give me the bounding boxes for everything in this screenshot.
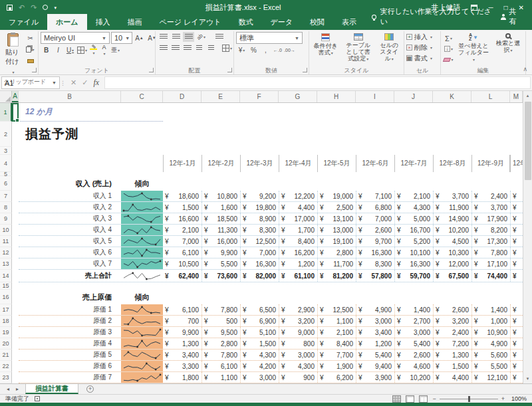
cell[interactable]: ¥16,700 — [394, 225, 433, 235]
touch-mode-icon[interactable] — [43, 5, 48, 10]
cell[interactable]: ¥1,500 — [433, 361, 471, 371]
bold-button[interactable]: B — [41, 45, 52, 55]
cell[interactable]: ¥3,000 — [356, 316, 394, 326]
insert-cells-button[interactable]: +挿入 — [406, 32, 432, 42]
cell[interactable]: ¥2,100 — [163, 225, 201, 235]
cell[interactable]: ¥13,000 — [317, 225, 356, 235]
cell[interactable]: ¥ — [510, 191, 523, 201]
tab-file[interactable]: ファイル — [0, 14, 47, 30]
column-header-f[interactable]: F — [240, 91, 279, 102]
tab-draw[interactable]: 描画 — [119, 14, 151, 30]
cell[interactable]: ¥3,200 — [279, 316, 317, 326]
cell[interactable]: ¥73,600 — [201, 270, 240, 282]
cell[interactable]: ¥12,100 — [471, 372, 510, 383]
cell[interactable]: ¥4,500 — [433, 236, 471, 247]
paste-button[interactable]: 貼り付け — [3, 32, 23, 76]
cell[interactable]: ¥10,800 — [201, 191, 240, 201]
cell[interactable]: ¥1,200 — [279, 258, 317, 269]
cell[interactable]: ¥7,100 — [356, 191, 394, 201]
sparkline-cell[interactable] — [121, 327, 163, 338]
sparkline-cell[interactable] — [121, 202, 163, 213]
cell[interactable]: ¥6,800 — [356, 202, 394, 213]
cell[interactable]: ¥16,300 — [394, 258, 433, 269]
sparkline-cell[interactable] — [121, 350, 163, 360]
cell[interactable]: ¥3,000 — [394, 327, 433, 338]
sheet-tab-active[interactable]: 損益計算書 — [25, 384, 78, 394]
underline-button[interactable]: U — [65, 45, 76, 55]
column-header-l[interactable]: L — [471, 91, 510, 102]
decrease-indent-button[interactable] — [194, 43, 205, 53]
cell[interactable]: ¥16,200 — [279, 247, 317, 258]
find-select-button[interactable]: 検索と選択 — [493, 32, 523, 55]
cell[interactable]: ¥82,000 — [240, 270, 279, 282]
cell[interactable]: ¥1,600 — [201, 202, 240, 213]
tab-data[interactable]: データ — [261, 14, 301, 30]
cell[interactable]: ¥3,000 — [279, 350, 317, 360]
month-header[interactable]: 12年-6月 — [356, 155, 394, 172]
cell[interactable]: ¥2,700 — [394, 316, 433, 326]
cell[interactable]: ¥7,800 — [471, 247, 510, 258]
row-header[interactable]: 17 — [0, 304, 12, 316]
zoom-level[interactable]: 100% — [509, 395, 527, 402]
share-button[interactable]: 共有 — [491, 7, 532, 30]
cell[interactable]: ¥9,200 — [240, 191, 279, 201]
cell[interactable]: ¥10,300 — [433, 247, 471, 258]
sparkline-cell[interactable] — [121, 338, 163, 349]
cell-styles-button[interactable]: セルのスタイル — [376, 32, 402, 64]
cell[interactable]: ¥61,100 — [279, 270, 317, 282]
cell[interactable]: ¥ — [510, 225, 523, 235]
row-header[interactable]: 19 — [0, 327, 12, 338]
cell[interactable]: ¥6,200 — [317, 372, 356, 383]
sparkline-cell[interactable] — [121, 191, 163, 201]
cell[interactable] — [12, 361, 19, 372]
align-bottom-button[interactable] — [183, 32, 194, 42]
zoom-slider-thumb[interactable] — [468, 396, 470, 402]
cell[interactable]: ¥5,200 — [394, 236, 433, 247]
cell[interactable]: ¥10,500 — [163, 258, 201, 269]
cell[interactable]: ¥8,300 — [240, 225, 279, 235]
cell[interactable]: ¥4,300 — [279, 361, 317, 371]
cell[interactable]: ¥800 — [279, 338, 317, 349]
cell[interactable]: ¥7,800 — [201, 350, 240, 360]
cell[interactable]: ¥11,900 — [433, 202, 471, 213]
cell[interactable]: ¥16,300 — [240, 258, 279, 269]
cancel-entry-icon[interactable]: ✕ — [70, 78, 76, 87]
borders-button[interactable] — [76, 45, 88, 55]
cell[interactable]: ¥4,600 — [394, 361, 433, 371]
format-cells-button[interactable]: ▦書式 — [406, 53, 432, 63]
font-name-select[interactable]: Meiryo UI▼ — [41, 32, 110, 44]
cell[interactable]: ¥7,000 — [163, 236, 201, 247]
cell[interactable]: ¥2,400 — [433, 327, 471, 338]
next-sheet-icon[interactable]: ▸ — [16, 386, 19, 392]
cell[interactable] — [12, 247, 19, 258]
cell[interactable]: ¥8,900 — [240, 213, 279, 224]
cell[interactable] — [12, 338, 19, 350]
row-header[interactable]: 20 — [0, 338, 12, 350]
cell[interactable] — [12, 122, 19, 147]
cell[interactable]: ¥2,800 — [201, 338, 240, 349]
autosum-button[interactable]: Σ — [443, 33, 454, 43]
decrease-decimal-button[interactable]: .00→ — [284, 45, 295, 55]
cell[interactable]: ¥11,700 — [317, 258, 356, 269]
column-header-k[interactable]: K — [433, 91, 471, 102]
align-left-button[interactable] — [158, 43, 169, 53]
cell[interactable]: ¥4,900 — [356, 304, 394, 315]
cell[interactable]: ¥10,200 — [394, 372, 433, 383]
cell[interactable]: ¥1,800 — [163, 372, 201, 383]
row-header[interactable]: 7 — [0, 191, 12, 202]
wrap-text-button[interactable] — [213, 32, 225, 42]
cell[interactable]: ¥6,500 — [240, 304, 279, 315]
cell[interactable]: ¥6,100 — [201, 361, 240, 371]
collapse-ribbon-icon[interactable]: ∧ — [523, 66, 527, 72]
row-header[interactable]: 12 — [0, 247, 12, 258]
sparkline-cell[interactable] — [121, 372, 163, 383]
cell[interactable]: ¥17,100 — [471, 258, 510, 269]
cell[interactable]: ¥7,000 — [356, 213, 394, 224]
cell[interactable]: ¥3,000 — [240, 372, 279, 383]
cell[interactable]: ¥900 — [279, 372, 317, 383]
cell[interactable]: ¥2,800 — [317, 247, 356, 258]
cell[interactable]: ¥8,300 — [356, 258, 394, 269]
cell[interactable]: ¥9,400 — [356, 361, 394, 371]
cell[interactable]: ¥1,200 — [356, 338, 394, 349]
tab-home[interactable]: ホーム — [47, 14, 87, 30]
